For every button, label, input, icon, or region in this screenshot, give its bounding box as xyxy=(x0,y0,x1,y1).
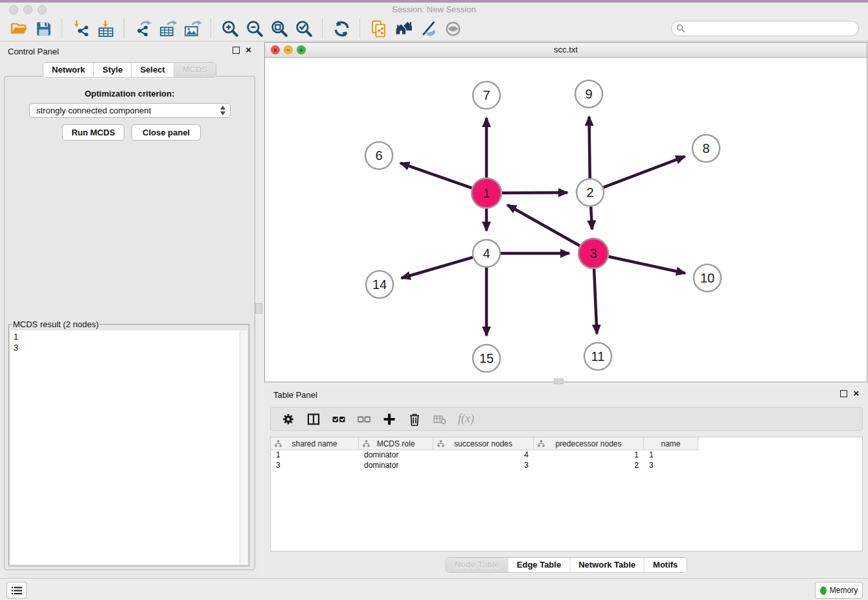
table-toolbar: f(x) xyxy=(270,407,863,431)
open-session-button[interactable] xyxy=(6,17,31,40)
run-mcds-button[interactable]: Run MCDS xyxy=(62,124,124,141)
graph-node-label: 9 xyxy=(585,87,592,101)
tab-network-table[interactable]: Network Table xyxy=(570,558,645,572)
mcds-result-list[interactable]: 1 3 xyxy=(10,330,247,564)
mcds-result-line: 1 xyxy=(14,331,247,342)
hide-selected-button[interactable] xyxy=(416,17,440,40)
column-header-name[interactable]: name xyxy=(644,437,698,450)
result-scrollbar[interactable] xyxy=(240,330,247,564)
tab-motifs[interactable]: Motifs xyxy=(645,558,686,572)
network-view-window: × − + scc.txt 7968124314101511 xyxy=(264,42,867,382)
graph-edge-3-10[interactable] xyxy=(608,257,685,273)
optimization-criterion-select[interactable]: strongly connected component xyxy=(29,103,231,118)
tab-mcds[interactable]: MCDS xyxy=(174,63,216,77)
tab-network[interactable]: Network xyxy=(43,63,94,77)
column-header-shared-name[interactable]: shared name xyxy=(271,437,359,450)
delete-rows-button[interactable] xyxy=(407,412,422,426)
vertical-splitter-handle[interactable] xyxy=(255,303,262,314)
import-table-button[interactable] xyxy=(93,17,118,40)
open-folder-icon xyxy=(10,19,29,38)
table-header-row: shared name MCDS role successor nodes pr… xyxy=(271,437,862,450)
column-header-successor-nodes[interactable]: successor nodes xyxy=(433,437,534,450)
deselect-all-button[interactable] xyxy=(357,412,371,426)
add-row-button[interactable] xyxy=(382,412,396,426)
network-search-input[interactable] xyxy=(671,21,859,36)
graph-edge-1-6[interactable] xyxy=(400,163,472,189)
tab-node-table[interactable]: Node Table xyxy=(446,558,508,572)
cell-mcds-role[interactable]: dominator xyxy=(359,461,433,471)
cell-name[interactable]: 1 xyxy=(644,450,698,461)
memory-button[interactable]: Memory xyxy=(815,582,863,599)
cell-mcds-role[interactable]: dominator xyxy=(359,450,433,461)
graph-edge-2-9[interactable] xyxy=(589,117,589,178)
export-network-button[interactable] xyxy=(131,17,155,40)
graph-node-label: 15 xyxy=(479,351,494,365)
import-network-button[interactable] xyxy=(69,17,93,40)
graph-node-label: 11 xyxy=(591,349,605,363)
control-panel-tabs: Network Style Select MCDS xyxy=(43,62,216,78)
zoom-out-icon xyxy=(246,19,264,38)
zoom-in-button[interactable] xyxy=(218,17,242,40)
cell-shared-name[interactable]: 3 xyxy=(271,461,359,471)
apply-layout-button[interactable] xyxy=(329,17,354,40)
network-graph[interactable]: 7968124314101511 xyxy=(265,58,867,382)
show-all-button[interactable] xyxy=(440,17,465,40)
float-panel-icon[interactable] xyxy=(233,47,240,54)
refresh-layout-icon xyxy=(332,19,351,38)
clone-network-button[interactable] xyxy=(367,17,391,40)
zoom-out-button[interactable] xyxy=(242,17,267,40)
graph-edge-3-1[interactable] xyxy=(507,205,580,246)
save-session-button[interactable] xyxy=(31,17,56,40)
toolbar-separator xyxy=(62,19,63,38)
column-header-mcds-role[interactable]: MCDS role xyxy=(359,437,433,450)
first-neighbors-button[interactable] xyxy=(391,17,416,40)
column-type-icon xyxy=(538,440,545,447)
graph-edge-4-14[interactable] xyxy=(402,257,473,278)
graph-edge-2-3[interactable] xyxy=(591,207,592,229)
float-table-panel-icon[interactable] xyxy=(840,390,847,397)
show-panels-button[interactable] xyxy=(6,582,27,599)
cell-name[interactable]: 3 xyxy=(644,461,698,471)
mcds-result-legend: MCDS result (2 nodes) xyxy=(12,319,100,329)
graph-node-label: 2 xyxy=(586,185,593,200)
cell-predecessor-nodes[interactable]: 1 xyxy=(534,450,644,461)
select-all-button[interactable] xyxy=(332,412,346,426)
export-image-button[interactable] xyxy=(180,17,205,40)
cell-shared-name[interactable]: 1 xyxy=(271,450,359,461)
gear-icon xyxy=(281,412,295,426)
close-panel-button[interactable]: Close panel xyxy=(131,124,201,141)
column-layout-button[interactable] xyxy=(306,412,321,426)
graph-edge-1-2[interactable] xyxy=(502,192,567,193)
cell-successor-nodes[interactable]: 3 xyxy=(433,461,534,471)
tab-edge-table[interactable]: Edge Table xyxy=(508,558,570,572)
tab-style[interactable]: Style xyxy=(94,63,131,77)
cell-predecessor-nodes[interactable]: 2 xyxy=(534,461,644,471)
horizontal-splitter-handle[interactable] xyxy=(554,378,564,384)
toolbar-separator xyxy=(360,19,361,38)
zoom-selected-button[interactable] xyxy=(291,17,316,40)
select-all-icon xyxy=(332,412,346,426)
destroy-table-icon xyxy=(433,412,447,426)
node-table: shared name MCDS role successor nodes pr… xyxy=(270,437,863,551)
network-canvas-area[interactable]: 7968124314101511 xyxy=(265,58,867,382)
table-row[interactable]: 1 dominator 4 1 1 xyxy=(271,450,862,461)
column-type-icon xyxy=(363,440,370,447)
export-table-icon xyxy=(159,19,177,38)
main-toolbar xyxy=(0,16,868,41)
houses-icon xyxy=(394,19,413,38)
optimization-criterion-value: strongly connected component xyxy=(36,106,151,115)
table-settings-button[interactable] xyxy=(281,412,295,426)
export-table-button[interactable] xyxy=(155,17,180,40)
table-row[interactable]: 3 dominator 3 2 3 xyxy=(271,461,862,471)
graph-edge-2-8[interactable] xyxy=(604,156,685,187)
close-panel-icon[interactable]: × xyxy=(246,46,251,54)
column-type-icon xyxy=(275,440,282,447)
tab-select[interactable]: Select xyxy=(131,63,174,77)
graph-edge-3-11[interactable] xyxy=(594,269,597,334)
select-stepper-icon xyxy=(220,106,225,115)
network-window-titlebar[interactable]: × − + scc.txt xyxy=(265,43,867,58)
close-table-panel-icon[interactable]: × xyxy=(853,389,859,397)
zoom-fit-button[interactable] xyxy=(267,17,291,40)
cell-successor-nodes[interactable]: 4 xyxy=(433,450,534,461)
column-header-predecessor-nodes[interactable]: predecessor nodes xyxy=(534,437,644,450)
